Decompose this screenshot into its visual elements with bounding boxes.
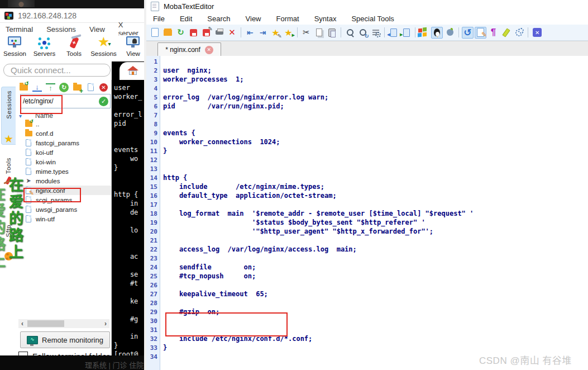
toolbar-item-sessions[interactable]: ★Sessions <box>89 35 118 61</box>
save-icon[interactable] <box>188 27 199 39</box>
remote-monitoring-button[interactable]: ∿ Remote monitoring <box>20 331 110 348</box>
check-icon[interactable]: ✓ <box>99 97 108 106</box>
editor-line-27[interactable]: 27 keepalive_timeout 65; <box>146 290 588 298</box>
scrollbar-thumb[interactable] <box>27 320 64 327</box>
copy-icon[interactable] <box>313 27 325 39</box>
settings-icon[interactable] <box>513 27 525 39</box>
editor-menu-file[interactable]: File <box>146 15 173 23</box>
page-prev-icon[interactable]: ◂ <box>388 27 399 39</box>
undo-icon[interactable]: ↺ <box>462 27 474 39</box>
indent-icon[interactable]: ⇥ <box>257 27 269 39</box>
file-row-uwsgi-params[interactable]: uwsgi_params <box>17 205 111 214</box>
editor-line-23[interactable]: 23 <box>146 254 588 263</box>
editor-line-18[interactable]: 18 log_format main '$remote_addr - $remo… <box>146 209 588 218</box>
paste-icon[interactable] <box>326 27 338 39</box>
editor-line-7[interactable]: 7 <box>146 111 588 120</box>
new-file-icon[interactable] <box>86 83 95 92</box>
editor-line-24[interactable]: 24 sendfile on; <box>146 263 588 272</box>
file-row-koi-win[interactable]: koi-win <box>17 157 111 167</box>
editor-line-17[interactable]: 17 <box>146 200 588 209</box>
editor-line-10[interactable]: 10 worker_connections 1024; <box>146 137 588 146</box>
print-icon[interactable] <box>213 27 225 39</box>
toolbar-item-session[interactable]: Session <box>0 35 30 61</box>
search-next-icon[interactable]: ↻ <box>357 27 369 39</box>
file-row-mime-types[interactable]: mime.types <box>17 167 111 176</box>
edit-mode-icon[interactable]: ✎ <box>475 27 486 39</box>
file-row-win-utf[interactable]: win-utf <box>17 214 111 224</box>
file-row-koi-utf[interactable]: koi-utf <box>17 148 111 157</box>
star-go-icon[interactable]: ★▸ <box>283 27 294 39</box>
menu-item-view[interactable]: View <box>84 25 113 34</box>
line-settings-icon[interactable] <box>370 27 381 39</box>
editor-line-9[interactable]: 9events { <box>146 129 588 137</box>
close-file-icon[interactable]: ✕ <box>226 27 238 39</box>
editor-menu-view[interactable]: View <box>239 15 270 23</box>
tab-close-icon[interactable]: ✕ <box>205 46 213 54</box>
new-folder-icon[interactable]: + <box>73 83 82 92</box>
editor-line-3[interactable]: 3worker_processes 1; <box>146 75 588 84</box>
exit-icon[interactable]: ✕ <box>531 27 543 39</box>
editor-line-2[interactable]: 2user nginx; <box>146 66 588 75</box>
editor-line-16[interactable]: 16 default_type application/octet-stream… <box>146 191 588 200</box>
editor-line-11[interactable]: 11} <box>146 146 588 155</box>
editor-menu-search[interactable]: Search <box>200 15 238 23</box>
apple-icon[interactable] <box>444 27 456 39</box>
editor-line-1[interactable]: 1 <box>146 57 588 66</box>
star-edit-icon[interactable]: ★✎ <box>270 27 281 39</box>
download-icon[interactable]: ↓ <box>32 83 42 92</box>
sftp-horizontal-scrollbar[interactable]: ‹ › <box>18 319 109 328</box>
toolbar-item-servers[interactable]: Servers <box>30 35 59 61</box>
linux-icon[interactable] <box>431 27 443 39</box>
quick-connect-input[interactable]: Quick connect... <box>3 64 111 77</box>
editor-line-21[interactable]: 21 <box>146 236 588 245</box>
toolbar-item-tools[interactable]: Tools <box>59 35 89 61</box>
outdent-icon[interactable]: ⇤ <box>244 27 256 39</box>
editor-menu-format[interactable]: Format <box>270 15 308 23</box>
editor-line-25[interactable]: 25 #tcp_nopush on; <box>146 272 588 281</box>
annotation-rect-nginx-conf <box>23 188 81 202</box>
highlight-icon[interactable] <box>500 27 512 39</box>
open-folder-icon[interactable] <box>162 27 174 39</box>
editor-line-15[interactable]: 15 include /etc/nginx/mime.types; <box>146 182 588 191</box>
pilcrow-icon[interactable]: ¶ <box>487 27 499 39</box>
editor-line-28[interactable]: 28 <box>146 298 588 307</box>
windows-icon[interactable] <box>418 27 430 39</box>
mobaxterm-toolbar: SessionServersTools★SessionsView <box>0 35 151 61</box>
editor-line-13[interactable]: 13 <box>146 164 588 173</box>
editor-menu-syntax[interactable]: Syntax <box>308 15 345 23</box>
editor-line-26[interactable]: 26 <box>146 281 588 290</box>
search-icon[interactable] <box>344 27 356 39</box>
delete-icon[interactable]: ✕ <box>99 83 108 92</box>
cut-icon[interactable]: ✂ <box>300 27 312 39</box>
line-number: 13 <box>146 165 160 173</box>
reload-icon[interactable]: ↻ <box>175 27 187 39</box>
refresh-icon[interactable]: ↻ <box>59 83 69 92</box>
new-file-icon[interactable] <box>149 27 161 39</box>
editor-line-5[interactable]: 5error_log /var/log/nginx/error.log warn… <box>146 93 588 102</box>
page-next-icon[interactable]: ▸ <box>400 27 412 39</box>
file-row-fastcgi-params[interactable]: fastcgi_params <box>17 138 111 148</box>
file-row-modules[interactable]: ➤modules <box>17 176 111 186</box>
editor-line-8[interactable]: 8 <box>146 120 588 129</box>
file-row-conf-d[interactable]: conf.d <box>17 129 111 138</box>
editor-line-19[interactable]: 19 '$status $body_bytes_sent "$http_refe… <box>146 218 588 227</box>
folder-up-icon[interactable]: ↺ <box>19 83 28 92</box>
save-as-icon[interactable]: ✎ <box>200 27 212 39</box>
upload-icon[interactable]: ↑ <box>46 83 55 92</box>
editor-line-12[interactable]: 12 <box>146 155 588 164</box>
scroll-left-arrow-icon[interactable]: ‹ <box>18 320 26 328</box>
editor-line-4[interactable]: 4 <box>146 84 588 93</box>
editor-line-22[interactable]: 22 access_log /var/log/nginx/access.log … <box>146 245 588 254</box>
editor-menu-edit[interactable]: Edit <box>173 15 200 23</box>
editor-line-6[interactable]: 6pid /var/run/nginx.pid; <box>146 102 588 111</box>
menu-item-sessions[interactable]: Sessions <box>41 25 84 34</box>
editor-line-14[interactable]: 14http { <box>146 173 588 182</box>
sidebar-tab-sessions[interactable]: Sessions★ <box>1 87 16 145</box>
editor-line-33[interactable]: 33} <box>146 343 588 352</box>
file-row--[interactable]: ↺.. <box>17 119 111 129</box>
editor-line-20[interactable]: 20 '"$http_user_agent" "$http_x_forwarde… <box>146 227 588 236</box>
menu-item-terminal[interactable]: Terminal <box>0 25 41 34</box>
scroll-right-arrow-icon[interactable]: › <box>102 320 109 328</box>
tab-nginx-conf[interactable]: * nginx.conf ✕ <box>157 42 221 56</box>
editor-menu-special-tools[interactable]: Special Tools <box>345 15 402 23</box>
